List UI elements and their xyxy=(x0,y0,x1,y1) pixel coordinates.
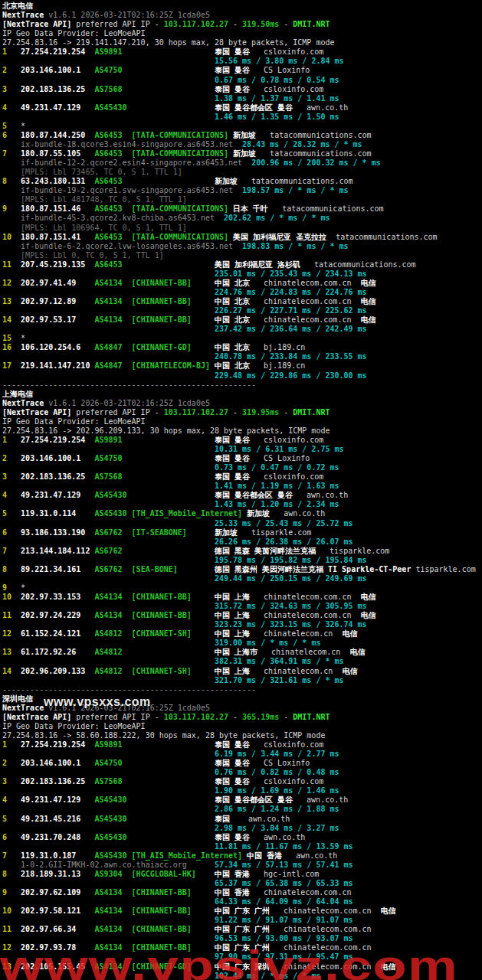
terminal-line: ----------------------------------------… xyxy=(2,685,482,694)
terminal-line: ----------------------------------------… xyxy=(2,381,482,390)
terminal-line: 26.26 ms / 26.38 ms / 26.07 ms xyxy=(2,537,482,547)
terminal-line: 11 202.97.24.229 AS4134 [CHINANET-BB] 中国… xyxy=(2,611,482,620)
terminal-line: 6.19 ms / 3.44 ms / 2.77 ms xyxy=(2,750,482,759)
terminal-line: 1.41 ms / 1.19 ms / 1.63 ms xyxy=(2,482,482,491)
terminal-line: 323.23 ms / 323.15 ms / 326.74 ms xyxy=(2,620,482,629)
terminal-line: if-bundle-6-2.qcore2.lvw-losangeles.as64… xyxy=(2,242,482,251)
terminal-line: [NextTrace API] preferred API IP - 103.1… xyxy=(2,713,482,722)
terminal-line: 5 * xyxy=(2,122,482,131)
terminal-line: 14 202.97.53.17 AS4134 [CHINANET-BB] 中国 … xyxy=(2,315,482,325)
terminal-line: 8 89.221.34.161 AS6762 [SEA-BONE] 德国 黑森州… xyxy=(2,565,482,574)
terminal-line: NextTrace v1.6.1 2026-03-21T02:16:25Z 1c… xyxy=(2,11,482,20)
terminal-line: 11 207.45.219.135 AS6453 美国 加利福尼亚 洛杉矶 ta… xyxy=(2,260,482,270)
terminal-line: if-bundle-45-3.qcore2.kv8-chiba.as6453.n… xyxy=(2,214,482,223)
terminal-line: 0.67 ms / 0.78 ms / 0.54 ms xyxy=(2,76,482,85)
terminal-line: 1.46 ms / 1.35 ms / 1.50 ms xyxy=(2,113,482,122)
terminal-line: 0.73 ms / 0.47 ms / 0.72 ms xyxy=(2,463,482,472)
terminal-line: 237.42 ms / 236.64 ms / 242.49 ms xyxy=(2,325,482,334)
terminal-line: 15.56 ms / 3.80 ms / 2.84 ms xyxy=(2,57,482,66)
terminal-line: 1.43 ms / 1.20 ms / 2.34 ms xyxy=(2,500,482,509)
terminal-line: [MPLS: Lbl 481748, TC 0, S 1, TTL 1] xyxy=(2,195,482,204)
trace-section-shanghai-telecom: 上海电信NextTrace v1.6.1 2026-03-21T02:16:25… xyxy=(2,390,482,694)
terminal-line: 315.72 ms / 324.63 ms / 305.95 ms xyxy=(2,602,482,611)
terminal-output: 北京电信NextTrace v1.6.1 2026-03-21T02:16:25… xyxy=(2,2,482,980)
terminal-line: 1.38 ms / 1.37 ms / 1.41 ms xyxy=(2,94,482,103)
terminal-line: 64.33 ms / 64.09 ms / 64.04 ms xyxy=(2,897,482,906)
terminal-line: 6 49.231.70.248 AS45430 泰国 曼谷 awn.co.th xyxy=(2,833,482,842)
terminal-line: 382.31 ms / 364.91 ms / * ms xyxy=(2,657,482,666)
terminal-line: 0.76 ms / 0.82 ms / 0.48 ms xyxy=(2,768,482,777)
terminal-line: 7 180.87.55.105 AS6453 [TATA-COMMUNICATI… xyxy=(2,149,482,158)
terminal-line: 240.78 ms / 233.84 ms / 233.55 ms xyxy=(2,352,482,361)
terminal-line: 65.37 ms / 65.38 ms / 65.33 ms xyxy=(2,879,482,888)
terminal-line: 9 180.87.151.46 AS6453 [TATA-COMMUNICATI… xyxy=(2,204,482,214)
terminal-line: 10 202.97.58.121 AS4134 [CHINANET-BB] 中国… xyxy=(2,906,482,916)
terminal-line: 2.86 ms / 1.24 ms / 1.88 ms xyxy=(2,805,482,814)
terminal-line: 11 202.97.66.34 AS4134 [CHINANET-BB] 中国 … xyxy=(2,925,482,934)
terminal-line: 5 119.31.0.114 AS45430 [TH_AIS_Mobile_In… xyxy=(2,509,482,518)
terminal-line: 319.00 ms / * ms / * ms xyxy=(2,639,482,648)
terminal-line: 13 61.172.92.26 AS4812 中国 上海市 chinatelec… xyxy=(2,648,482,657)
terminal-line: 14 202.96.209.133 AS4812 [CHINANET-SH] 中… xyxy=(2,667,482,676)
terminal-line: [NextTrace API] preferred API IP - 103.1… xyxy=(2,20,482,29)
terminal-line: 1 27.254.219.254 AS9891 泰国 曼谷 csloxinfo.… xyxy=(2,436,482,445)
terminal-line: 195.78 ms / 195.82 ms / 195.84 ms xyxy=(2,556,482,565)
trace-section-shenzhen-telecom: 深圳电信NextTrace v1.6.1 2026-03-21T02:16:25… xyxy=(2,694,482,980)
terminal-line: 235.01 ms / 235.43 ms / 234.13 ms xyxy=(2,270,482,279)
terminal-line: 249.44 ms / 250.15 ms / 249.69 ms xyxy=(2,574,482,583)
terminal-line: 91.22 ms / 91.07 ms / 91.07 ms xyxy=(2,916,482,925)
terminal-line: 3 202.183.136.25 AS7568 泰国 曼谷 csloxinfo.… xyxy=(2,472,482,482)
terminal-line: 上海电信 xyxy=(2,390,482,399)
terminal-line: 8 218.189.31.13 AS9304 [HGCGLOBAL-HK] 中国… xyxy=(2,870,482,879)
terminal-line: 10 202.97.33.153 AS4134 [CHINANET-BB] 中国… xyxy=(2,593,482,602)
terminal-line: 17 219.141.147.210 AS4847 [CHINATELECOM-… xyxy=(2,361,482,371)
terminal-line: 16 106.120.254.6 AS4847 [CHINANET-GD] 中国… xyxy=(2,343,482,352)
terminal-line: 4 49.231.47.129 AS45430 泰国 曼谷都会区 曼谷 awn.… xyxy=(2,795,482,805)
terminal-line: 8 63.243.180.131 AS6453 新加坡 tatacommunic… xyxy=(2,177,482,186)
terminal-line: 10 180.87.151.41 AS6453 [TATA-COMMUNICAT… xyxy=(2,233,482,242)
terminal-line: 3 202.183.136.25 AS7568 泰国 曼谷 csloxinfo.… xyxy=(2,777,482,786)
terminal-line: 11.81 ms / 11.67 ms / 13.59 ms xyxy=(2,842,482,851)
terminal-line: NextTrace v1.6.1 2026-03-21T02:16:25Z 1c… xyxy=(2,399,482,408)
terminal-line: 1-0-2.GII-IMKH-02.awn.co.thaiacc.org 57.… xyxy=(2,861,482,870)
watermark-inline: www.vpsxxs.com xyxy=(44,695,151,709)
terminal-line: ix-bundle-18.qcore3.esin4-singapore.as64… xyxy=(2,140,482,149)
trace-section-beijing-telecom: 北京电信NextTrace v1.6.1 2026-03-21T02:16:25… xyxy=(2,2,482,390)
terminal-line: IP Geo Data Provider: LeoMoeAPI xyxy=(2,722,482,731)
terminal-line: IP Geo Data Provider: LeoMoeAPI xyxy=(2,29,482,38)
terminal-line: 9 * xyxy=(2,583,482,593)
terminal-line: 4 49.231.47.129 AS45430 泰国 曼谷都会区 曼谷 awn.… xyxy=(2,103,482,113)
terminal-line: 27.254.83.16 -> 219.141.147.210, 30 hops… xyxy=(2,38,482,47)
terminal-line: 12 202.97.41.49 AS4134 [CHINANET-BB] 中国 … xyxy=(2,279,482,288)
terminal-line: 6 180.87.144.250 AS6453 [TATA-COMMUNICAT… xyxy=(2,131,482,140)
terminal-line: 2.98 ms / 3.04 ms / 3.27 ms xyxy=(2,824,482,833)
terminal-line: [NextTrace API] preferred API IP - 103.1… xyxy=(2,408,482,417)
terminal-line: if-bundle-12-2.qcore2.esin4-singapore.as… xyxy=(2,158,482,168)
terminal-line: 4 49.231.47.129 AS45430 泰国 曼谷都会区 曼谷 awn.… xyxy=(2,491,482,500)
terminal-line: 2 203.146.100.1 AS4750 泰国 曼谷 CS Loxinfo xyxy=(2,454,482,463)
terminal-line: 27.254.83.16 -> 202.96.209.133, 30 hops … xyxy=(2,426,482,436)
terminal-line: 321.70 ms / 321.61 ms / * ms xyxy=(2,676,482,685)
terminal-line: IP Geo Data Provider: LeoMoeAPI xyxy=(2,417,482,426)
terminal-line: 224.76 ms / 224.83 ms / 224.76 ms xyxy=(2,288,482,297)
terminal-line: 15 * xyxy=(2,334,482,343)
terminal-line: 3 202.183.136.25 AS7568 泰国 曼谷 csloxinfo.… xyxy=(2,85,482,94)
terminal-line: 1 27.254.219.254 AS9891 泰国 曼谷 csloxinfo.… xyxy=(2,740,482,750)
terminal-line: [MPLS: Lbl 0, TC 0, S 1, TTL 1] xyxy=(2,251,482,260)
terminal-line: if-bundle-19-2.qcore1.svw-singapore.as64… xyxy=(2,186,482,195)
terminal-line: 2 203.146.100.1 AS4750 泰国 曼谷 CS Loxinfo xyxy=(2,66,482,75)
terminal-line: 7 213.144.184.112 AS6762 德国 黑森 美茵河畔法兰克福 … xyxy=(2,547,482,556)
terminal-line: 226.27 ms / 227.71 ms / 225.62 ms xyxy=(2,306,482,315)
terminal-line: 13 202.97.12.89 AS4134 [CHINANET-BB] 中国 … xyxy=(2,297,482,306)
terminal-line: 1.90 ms / 1.69 ms / 1.46 ms xyxy=(2,786,482,795)
terminal-screen: 北京电信NextTrace v1.6.1 2026-03-21T02:16:25… xyxy=(0,0,482,980)
terminal-line: 25.33 ms / 25.43 ms / 25.72 ms xyxy=(2,519,482,528)
terminal-line: 2 203.146.100.1 AS4750 泰国 曼谷 CS Loxinfo xyxy=(2,759,482,768)
terminal-line: 北京电信 xyxy=(2,2,482,11)
terminal-line: 6 93.186.133.190 AS6762 [IT-SEABONE] 新加坡… xyxy=(2,528,482,537)
terminal-line: 9 202.97.62.109 AS4134 [CHINANET-BB] 中国 … xyxy=(2,888,482,897)
terminal-line: [MPLS: Lbl 73465, TC 0, S 1, TTL 1] xyxy=(2,168,482,177)
terminal-line: 1 27.254.219.254 AS9891 泰国 曼谷 csloxinfo.… xyxy=(2,47,482,57)
terminal-line: 27.254.83.16 -> 58.60.188.222, 30 hops m… xyxy=(2,731,482,740)
terminal-line: 5 49.231.45.216 AS45430 泰国 awn.co.th xyxy=(2,815,482,824)
